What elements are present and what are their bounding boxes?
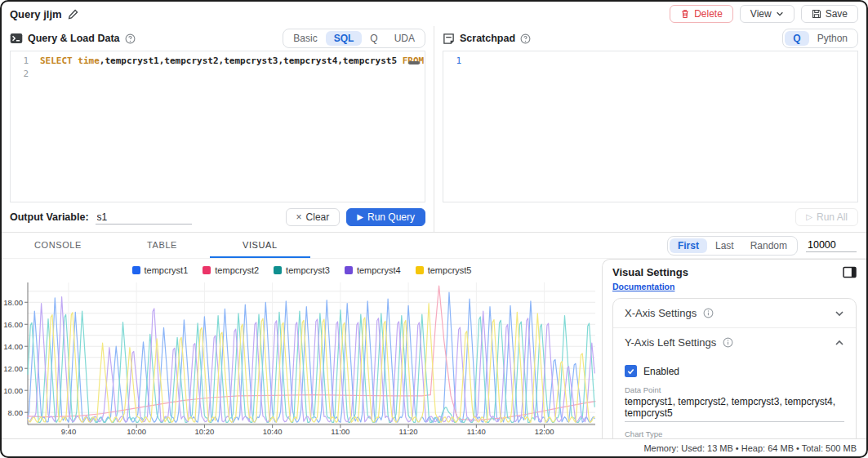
help-icon[interactable] [125,33,136,44]
legend-swatch [274,266,282,274]
legend-swatch [345,266,353,274]
memory-status: Memory: Used: 13 MB • Heap: 64 MB • Tota… [643,443,857,453]
sample-count-input[interactable] [806,238,857,252]
visual-settings-title: Visual Settings [612,266,688,278]
x-axis-settings-row[interactable]: X-Axis Settings [613,299,856,327]
scratchpad-editor[interactable]: 1 [443,51,858,202]
play-outline-icon: ▷ [806,213,812,221]
play-icon: ▶ [357,213,363,221]
tab-basic[interactable]: Basic [285,31,325,46]
y-axis-left-settings-row[interactable]: Y-Axis Left Settings [613,328,856,357]
info-icon[interactable] [723,337,733,348]
scratchpad-title: Scratchpad [460,33,515,44]
chart-svg[interactable]: 8.0010.0012.0014.0016.0018.009:4010:0010… [2,278,602,438]
sample-mode-tabs: First Last Random [667,236,798,256]
sample-first[interactable]: First [670,238,707,253]
svg-text:10:20: 10:20 [195,427,215,436]
top-section: Query & Load Data Basic SQL Q UDA 1 2 [2,26,866,232]
legend-swatch [203,266,211,274]
chart-type-field: Chart Type Line [625,429,844,438]
save-icon [812,9,821,19]
run-query-button[interactable]: ▶ Run Query [346,208,425,226]
tab-python[interactable]: Python [809,31,856,46]
legend-swatch [416,266,424,274]
svg-text:11:20: 11:20 [399,427,418,436]
svg-text:8.00: 8.00 [8,408,24,417]
svg-text:11:40: 11:40 [467,427,486,436]
terminal-icon [10,33,23,44]
svg-text:10.00: 10.00 [3,386,23,395]
close-icon: × [296,212,302,222]
view-button[interactable]: View [740,5,795,23]
legend-item[interactable]: tempcryst4 [345,265,401,275]
editor-scrollbar[interactable] [408,61,420,64]
status-bar: Memory: Used: 13 MB • Heap: 64 MB • Tota… [2,438,866,456]
chevron-down-icon [776,10,784,18]
tab-uda[interactable]: UDA [386,31,423,46]
svg-text:9:40: 9:40 [61,427,77,436]
content-row: tempcryst1 tempcryst2 tempcryst3 tempcry… [2,259,866,438]
checkbox-checked-icon[interactable] [625,365,637,377]
header: Query jljm Delete View [2,2,866,26]
svg-text:12:00: 12:00 [535,427,554,436]
visual-settings-panel: Visual Settings Documentation X-Axis Set… [602,259,866,438]
tab-visual[interactable]: VISUAL [210,233,310,258]
svg-text:16.00: 16.00 [3,320,23,329]
chevron-up-icon [835,338,844,348]
info-icon[interactable] [703,308,714,318]
sql-editor[interactable]: 1 2 SELECT time,tempcryst1,tempcryst2,te… [10,51,425,202]
scratchpad-language-tabs: Q Python [782,29,858,48]
tab-console[interactable]: CONSOLE [2,233,114,258]
collapse-panel-icon[interactable] [843,266,857,278]
svg-text:11:00: 11:00 [331,427,349,436]
documentation-link[interactable]: Documentation [612,282,674,291]
trash-icon [680,9,690,19]
scratchpad-editor-gutter: 1 [443,51,466,202]
chart-area: tempcryst1 tempcryst2 tempcryst3 tempcry… [2,259,602,438]
svg-text:10:00: 10:00 [127,427,146,436]
legend-item[interactable]: tempcryst2 [203,265,259,275]
legend-item[interactable]: tempcryst5 [416,265,472,275]
svg-text:18.00: 18.00 [3,298,23,307]
save-button[interactable]: Save [801,5,858,23]
legend-item[interactable]: tempcryst3 [274,265,330,275]
legend-swatch [132,266,140,274]
clear-button[interactable]: × Clear [286,208,341,226]
sql-code-line[interactable]: SELECT time,tempcryst1,tempcryst2,tempcr… [33,51,425,202]
svg-text:10:40: 10:40 [263,427,283,436]
output-variable-label: Output Variable: [10,211,89,223]
run-all-button[interactable]: ▷ Run All [795,208,858,226]
edit-title-icon[interactable] [68,9,78,20]
sql-editor-gutter: 1 2 [11,51,33,202]
results-bar: CONSOLE TABLE VISUAL First Last Random [2,233,866,259]
chart-legend: tempcryst1 tempcryst2 tempcryst3 tempcry… [2,259,602,278]
query-language-tabs: Basic SQL Q UDA [283,29,425,48]
output-variable-input[interactable] [96,211,192,225]
legend-item[interactable]: tempcryst1 [132,265,189,275]
tab-table[interactable]: TABLE [114,233,210,258]
page-title: Query jljm [10,8,62,20]
tab-q[interactable]: Q [362,31,385,46]
tab-scratchpad-q[interactable]: Q [785,31,808,46]
scratchpad-code-line[interactable] [466,51,857,202]
sample-random[interactable]: Random [742,238,795,253]
app-window: Query jljm Delete View [0,0,868,458]
enabled-checkbox-row[interactable]: Enabled [625,365,844,377]
data-point-input[interactable]: tempcryst1, tempcryst2, tempcryst3, temp… [625,396,844,422]
help-icon[interactable] [520,33,531,44]
delete-button[interactable]: Delete [670,5,733,23]
chevron-down-icon [835,309,844,318]
svg-text:12.00: 12.00 [3,364,23,373]
scratchpad-icon [443,33,455,45]
svg-text:14.00: 14.00 [3,342,23,351]
sample-last[interactable]: Last [707,238,742,253]
query-pane: Query & Load Data Basic SQL Q UDA 1 2 [2,26,434,232]
scratchpad-pane: Scratchpad Q Python 1 ▷ [434,26,866,232]
tab-sql[interactable]: SQL [326,31,363,46]
axis-settings-card: X-Axis Settings Y-Axis Left Settings [612,298,857,438]
query-pane-title: Query & Load Data [28,33,120,44]
data-point-field: Data Point tempcryst1, tempcryst2, tempc… [625,385,844,422]
